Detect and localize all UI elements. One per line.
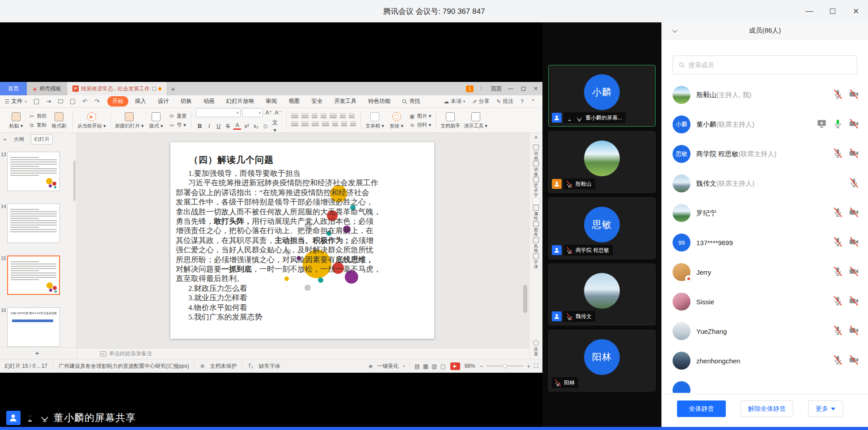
member-row[interactable]: 小麟董小麟(联席主持人) (662, 110, 868, 139)
reset-button[interactable]: ⟳重置 (169, 113, 186, 119)
menu-item[interactable]: 视图 (284, 96, 305, 106)
new-slide-button[interactable]: 新建幻灯片 ▾ (115, 112, 144, 129)
video-tile-1[interactable]: 小麟 rect x="2.5" y="3.5" width="19" heigh… (548, 65, 656, 127)
skin-icon[interactable]: ☾ (480, 85, 485, 92)
textbox-button[interactable]: 文本框 ▾ (365, 112, 384, 129)
align-center-icon[interactable] (301, 122, 309, 128)
menu-item[interactable]: 设计 (153, 96, 174, 106)
cut-button[interactable]: ✂剪切 (29, 113, 47, 119)
side-tool-4[interactable]: 属性 (533, 205, 540, 221)
search-input[interactable] (689, 61, 851, 68)
line-spacing-icon[interactable] (341, 122, 347, 128)
slide-sorter-icon[interactable]: ▦ (423, 363, 428, 370)
text-direction-icon[interactable] (330, 114, 337, 119)
print-icon[interactable] (57, 98, 65, 105)
message-count-badge[interactable]: 1 (466, 85, 474, 92)
mic-muted-icon[interactable] (833, 325, 843, 337)
camera-off-icon[interactable] (849, 237, 859, 249)
zoom-out-button[interactable]: − (480, 363, 483, 370)
font-size-select[interactable]: ▾ (242, 108, 263, 117)
wps-close-icon[interactable]: ✕ (534, 85, 538, 92)
mic-muted-icon[interactable] (833, 148, 843, 160)
reading-view-icon[interactable]: ▥ (432, 363, 437, 370)
normal-view-icon[interactable]: ▤ (414, 363, 419, 370)
columns-icon[interactable] (340, 114, 346, 119)
expand-pane-icon[interactable]: › (533, 198, 540, 205)
thumbnail-scrollbar[interactable] (73, 161, 76, 201)
video-tile-4[interactable]: rect x="9" y="2.5" width="6" height="11.… (548, 264, 656, 325)
decrease-font-button[interactable]: A⁻ (274, 109, 282, 116)
slide-thumbnail-15[interactable] (7, 255, 60, 295)
paragraph-settings-icon[interactable] (350, 122, 356, 128)
paste-button[interactable]: 粘贴 ▾ (7, 112, 25, 129)
section-button[interactable]: ≔节 ▾ (169, 122, 186, 128)
clear-format-button[interactable]: ◇ (262, 123, 269, 129)
missing-font-status[interactable]: 缺失字体 (258, 362, 280, 370)
new-tab-button[interactable]: + (167, 84, 179, 95)
slide-thumbnail-13[interactable] (7, 152, 60, 191)
numbering-icon[interactable] (301, 114, 309, 119)
mic-muted-icon[interactable] (833, 237, 843, 249)
member-row[interactable]: YueZhang (662, 316, 868, 346)
menu-item[interactable]: 切换 (176, 96, 197, 106)
find-button[interactable]: 查找 (402, 98, 420, 105)
member-row[interactable]: Sissie (662, 287, 868, 316)
slideshow-play-button[interactable]: ▶ (450, 362, 460, 370)
mic-on-icon[interactable] (833, 119, 843, 131)
underline-button[interactable]: U (215, 123, 222, 129)
mic-muted-icon[interactable] (833, 89, 843, 101)
shapes-button[interactable]: ◯形状 ▾ (388, 112, 406, 129)
menu-item[interactable]: 安全 (306, 96, 327, 106)
mic-muted-icon[interactable] (833, 296, 843, 308)
zoom-slider[interactable] (487, 366, 523, 366)
subscript-button[interactable]: x₂ (252, 123, 260, 129)
wps-docer-tab[interactable]: ▲稻壳模板 (27, 82, 67, 95)
wps-maximize-icon[interactable] (521, 87, 525, 91)
camera-off-icon[interactable] (849, 119, 859, 131)
video-tile-3[interactable]: 思敏 rect x="9" y="2.5" width="6" height="… (548, 197, 656, 259)
video-tile-2[interactable]: rect x="9" y="2.5" width="6" height="11.… (548, 131, 656, 193)
protect-status[interactable]: 文档未保护 (210, 362, 237, 370)
distribute-icon[interactable] (332, 122, 338, 128)
notes-bar[interactable]: 单击此处添加备注 (77, 348, 529, 359)
insert-picture-button[interactable]: ▣图片 ▾ (409, 113, 432, 119)
present-tools-button[interactable]: 演示工具 ▾ (464, 112, 487, 129)
slide-thumbnail-14[interactable] (7, 204, 60, 243)
font-family-select[interactable]: ▾ (196, 108, 241, 117)
unmute-all-button[interactable]: 解除全体静音 (741, 400, 793, 417)
member-row[interactable]: 思敏商学院 程思敏(联席主持人) (662, 139, 868, 169)
slide-thumbnail-16[interactable]: 12栋“GDP大厦”城市3-4月经济复苏指数 (7, 307, 60, 347)
mic-muted-icon[interactable] (833, 207, 843, 219)
camera-off-icon[interactable] (849, 355, 859, 367)
mic-muted-icon[interactable] (833, 266, 843, 278)
bullets-icon[interactable] (291, 114, 298, 119)
export-icon[interactable]: ⇥ (45, 98, 53, 105)
camera-off-icon[interactable] (849, 89, 859, 101)
collapse-ribbon-icon[interactable]: ⌃ (531, 98, 535, 105)
bold-button[interactable]: B (196, 123, 203, 129)
wps-account-name[interactable]: 茴茴 (491, 85, 502, 93)
more-button[interactable]: 更多 (808, 400, 843, 417)
indent-increase-icon[interactable] (321, 114, 326, 119)
file-menu[interactable]: ☰文件∨ (4, 98, 27, 105)
side-tool-2[interactable]: 切换 (533, 161, 540, 177)
redo-icon[interactable]: ↷ (93, 98, 101, 105)
indent-decrease-icon[interactable] (312, 114, 318, 119)
mic-muted-icon[interactable] (849, 178, 859, 190)
text-align-top-icon[interactable] (349, 114, 355, 119)
canvas-scrollbar[interactable] (523, 133, 528, 348)
member-row[interactable] (662, 375, 868, 393)
menu-item[interactable]: 动画 (199, 96, 220, 106)
side-tool-1[interactable]: 动画 (533, 145, 540, 161)
video-tile-5[interactable]: 阳林rect x="9" y="2.5" width="6" height="1… (548, 330, 656, 392)
maximize-icon[interactable] (828, 6, 838, 16)
member-row[interactable]: 魏传文(联席主持人) (662, 169, 868, 198)
slide-layout-button[interactable]: 版式 ▾ (147, 112, 165, 129)
play-from-current-button[interactable]: ▶从当前开始 ▾ (77, 112, 106, 129)
menu-item[interactable]: 幻灯片放映 (221, 96, 259, 106)
menu-item[interactable]: 开始 (107, 96, 128, 106)
close-icon[interactable]: ✕ (851, 6, 861, 16)
member-search-box[interactable] (673, 55, 857, 74)
minimize-icon[interactable]: — (804, 6, 814, 16)
slides-tab[interactable]: 幻灯片 (31, 134, 53, 145)
